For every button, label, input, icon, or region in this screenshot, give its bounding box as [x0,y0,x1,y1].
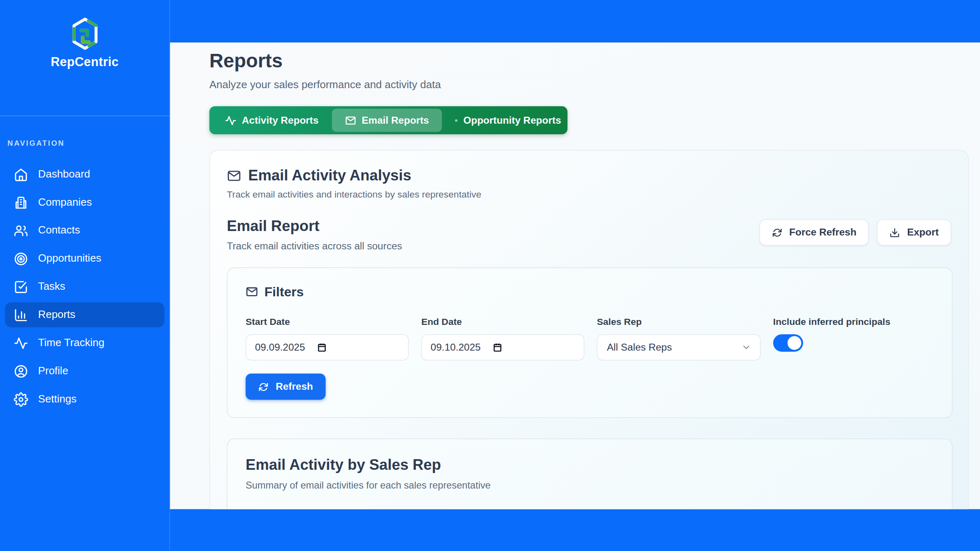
start-date-input[interactable]: 09.09.2025 [246,334,409,360]
sidebar-item-label: Profile [38,365,68,378]
tab-activity-reports[interactable]: Activity Reports [212,109,332,132]
sidebar-item-settings[interactable]: Settings [5,387,164,411]
calendar-icon[interactable] [492,342,502,352]
report-title: Email Report [227,218,402,235]
filters-grid: Start Date 09.09.2025 End Date 09.10.202… [246,316,934,360]
nav-list: Dashboard Companies Contacts Opportuniti… [0,162,169,411]
sidebar-item-profile[interactable]: Profile [5,359,164,384]
brand-name: RepCentric [51,55,118,69]
filters-card: Filters Start Date 09.09.2025 End Date 0… [227,267,953,418]
tab-label: Email Reports [362,115,429,126]
nav-section-label: NAVIGATION [7,139,169,147]
sales-rep-field: Sales Rep All Sales Reps [597,316,761,360]
sidebar-item-tasks[interactable]: Tasks [5,274,164,299]
building-icon [14,195,28,209]
activity-icon [14,336,28,350]
app-root: RepCentric NAVIGATION Dashboard Companie… [0,0,980,551]
report-subtitle: Track email activities across all source… [227,240,402,252]
toggle-knob [788,336,802,350]
filters-header: Filters [246,284,934,299]
home-icon [14,167,28,181]
mail-icon [246,285,258,298]
sidebar: RepCentric NAVIGATION Dashboard Companie… [0,0,170,551]
users-icon [14,223,28,238]
sidebar-item-label: Settings [38,393,76,406]
tab-label: Activity Reports [242,115,318,126]
gear-icon [14,392,28,406]
tab-email-reports[interactable]: Email Reports [332,109,442,132]
report-titles: Email Report Track email activities acro… [227,218,402,252]
force-refresh-button[interactable]: Force Refresh [759,219,869,245]
force-refresh-label: Force Refresh [789,227,857,238]
inferred-principals-toggle[interactable] [773,334,803,352]
sales-rep-select[interactable]: All Sales Reps [597,334,761,360]
bar-chart-icon [14,308,28,322]
email-activity-by-rep-card: Email Activity by Sales Rep Summary of e… [227,438,953,509]
refresh-label: Refresh [276,381,313,393]
end-date-field: End Date 09.10.2025 [421,316,584,360]
sidebar-item-companies[interactable]: Companies [5,190,164,215]
report-tabbar: Activity Reports Email Reports Opportuni… [209,106,568,134]
sidebar-item-opportunities[interactable]: Opportunities [5,246,164,271]
email-analysis-card: Email Activity Analysis Track email acti… [209,150,969,509]
section-title: Email Activity Analysis [248,167,411,184]
activity-icon [225,115,236,126]
chevron-down-icon [741,342,751,352]
export-button[interactable]: Export [877,219,951,245]
sidebar-item-time-tracking[interactable]: Time Tracking [5,331,164,355]
sidebar-item-label: Contacts [38,224,80,237]
refresh-button[interactable]: Refresh [246,373,326,400]
inferred-principals-label: Include inferred principals [773,316,933,327]
end-date-input[interactable]: 09.10.2025 [421,334,584,360]
report-actions: Force Refresh Export [759,219,951,245]
opportunity-reports-icon [455,119,458,122]
email-analysis-header: Email Activity Analysis [227,167,951,184]
sidebar-item-reports[interactable]: Reports [5,302,164,327]
target-icon [14,251,28,266]
start-date-label: Start Date [246,316,409,327]
filters-title: Filters [264,284,303,299]
section-subtitle: Track email activities and interactions … [227,189,951,199]
mail-icon [345,115,356,126]
tab-opportunity-reports[interactable]: Opportunity Reports [442,109,575,132]
inferred-principals-field: Include inferred principals [773,316,933,360]
download-icon [890,227,900,238]
report-header-row: Email Report Track email activities acro… [227,218,951,252]
sidebar-item-contacts[interactable]: Contacts [5,218,164,243]
main-content: Reports Analyze your sales performance a… [170,42,980,509]
mail-icon [227,168,241,182]
end-date-label: End Date [421,316,584,327]
sidebar-item-label: Time Tracking [38,337,104,349]
refresh-icon [258,381,269,392]
sales-rep-label: Sales Rep [597,316,761,327]
end-date-value: 09.10.2025 [431,342,481,353]
refresh-icon [772,227,782,238]
sidebar-item-label: Opportunities [38,252,101,265]
start-date-field: Start Date 09.09.2025 [246,316,409,360]
sidebar-item-label: Dashboard [38,168,90,181]
tab-label: Opportunity Reports [463,115,561,126]
page-subtitle: Analyze your sales performance and activ… [209,79,980,91]
user-circle-icon [14,364,28,378]
start-date-value: 09.09.2025 [255,342,305,353]
sidebar-divider [0,116,169,116]
check-square-icon [14,280,28,294]
sales-rep-value: All Sales Reps [607,342,672,353]
brand-logo-block: RepCentric [0,0,169,98]
brand-hexagon-logo-icon [69,17,101,51]
calendar-icon[interactable] [317,342,327,352]
sidebar-item-label: Companies [38,196,92,209]
export-label: Export [907,227,939,238]
activity-section-subtitle: Summary of email activities for each sal… [246,480,934,491]
sidebar-item-label: Tasks [38,280,65,293]
sidebar-item-label: Reports [38,309,75,321]
sidebar-item-dashboard[interactable]: Dashboard [5,162,164,187]
page-title: Reports [209,50,980,72]
activity-section-title: Email Activity by Sales Rep [246,456,934,473]
